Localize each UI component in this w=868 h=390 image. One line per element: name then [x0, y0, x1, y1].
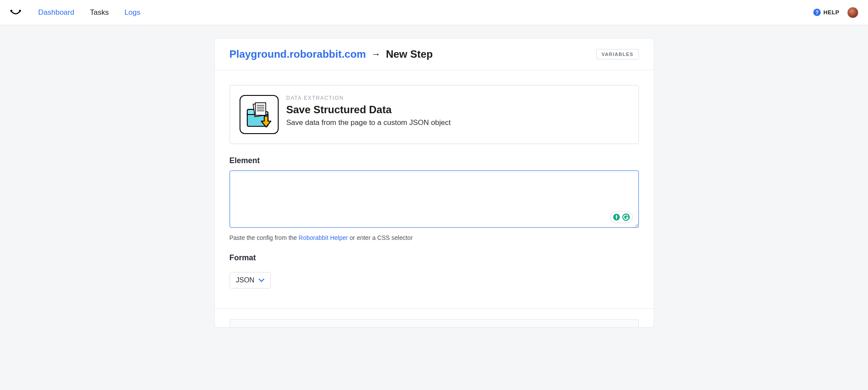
- element-field-wrap: [230, 170, 639, 229]
- breadcrumb-current: New Step: [386, 48, 433, 60]
- element-input[interactable]: [230, 170, 639, 228]
- variables-button[interactable]: VARIABLES: [596, 49, 639, 59]
- nav-logs[interactable]: Logs: [125, 8, 141, 17]
- lightbulb-icon: [612, 213, 621, 221]
- page-card: Playground.roborabbit.com → New Step VAR…: [214, 38, 654, 328]
- step-category: DATA EXTRACTION: [286, 95, 451, 101]
- element-helper-text: Paste the config from the Roborabbit Hel…: [230, 234, 639, 241]
- help-button[interactable]: ? HELP: [813, 9, 839, 16]
- chevron-down-icon: [259, 277, 264, 284]
- step-card: DATA EXTRACTION Save Structured Data Sav…: [230, 85, 639, 144]
- breadcrumb: Playground.roborabbit.com → New Step: [230, 48, 433, 60]
- arrow-right-icon: →: [371, 49, 381, 60]
- grammarly-icon: [622, 213, 630, 221]
- svg-rect-9: [616, 218, 617, 219]
- step-text: DATA EXTRACTION Save Structured Data Sav…: [286, 95, 451, 127]
- helper-suffix: or enter a CSS selector: [348, 234, 413, 241]
- help-icon: ?: [813, 9, 821, 16]
- nav-tasks[interactable]: Tasks: [90, 8, 108, 17]
- help-label: HELP: [823, 9, 839, 16]
- step-title: Save Structured Data: [286, 104, 451, 116]
- next-card-peek: [230, 319, 639, 327]
- step-description: Save data from the page to a custom JSON…: [286, 118, 451, 127]
- page-content: DATA EXTRACTION Save Structured Data Sav…: [215, 70, 654, 297]
- page-header: Playground.roborabbit.com → New Step VAR…: [215, 39, 654, 70]
- element-label: Element: [230, 156, 639, 165]
- breadcrumb-parent[interactable]: Playground.roborabbit.com: [230, 48, 366, 60]
- user-avatar[interactable]: [847, 7, 858, 18]
- format-label: Format: [230, 253, 639, 262]
- format-selected-value: JSON: [236, 276, 255, 284]
- app-logo[interactable]: [10, 7, 22, 19]
- nav-dashboard[interactable]: Dashboard: [38, 8, 74, 17]
- helper-prefix: Paste the config from the: [230, 234, 299, 241]
- top-nav: Dashboard Tasks Logs ? HELP: [0, 0, 868, 25]
- nav-links: Dashboard Tasks Logs: [38, 8, 141, 17]
- roborabbit-helper-link[interactable]: Roborabbit Helper: [299, 234, 348, 241]
- grammarly-widget[interactable]: [610, 211, 633, 223]
- step-icon: [240, 95, 279, 134]
- format-select[interactable]: JSON: [230, 272, 271, 288]
- footer-section: [215, 308, 654, 327]
